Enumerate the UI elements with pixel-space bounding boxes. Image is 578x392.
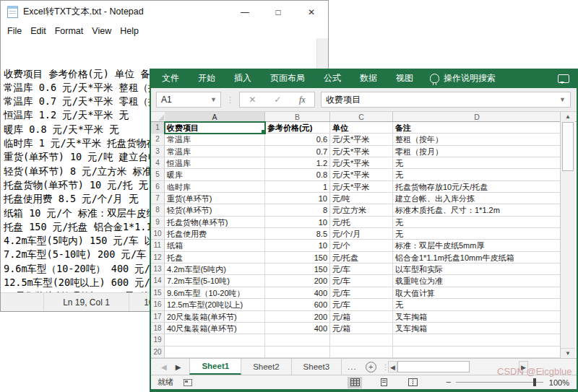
row-header-8[interactable]: 8: [151, 204, 165, 216]
grid-cell[interactable]: 0.6: [265, 134, 330, 145]
grid-cell[interactable]: 备注: [393, 122, 561, 134]
grid-cell[interactable]: 元/车: [330, 287, 393, 299]
row-header-6[interactable]: 6: [151, 181, 165, 193]
ribbon-tab-6[interactable]: 视图: [387, 69, 423, 88]
grid-cell[interactable]: 参考价格(元): [265, 122, 330, 134]
grid-cell[interactable]: 元/车: [330, 275, 393, 287]
zoom-out-icon[interactable]: −: [446, 377, 456, 388]
row-header-1[interactable]: 1: [151, 122, 165, 134]
grid-cell[interactable]: 10: [265, 240, 330, 251]
grid-cell[interactable]: 0.8: [265, 169, 330, 180]
grid-cell[interactable]: 元/箱: [330, 323, 393, 334]
menu-item-view[interactable]: View: [87, 26, 116, 36]
grid-cell[interactable]: 元/天*平米: [330, 146, 393, 157]
grid-cell[interactable]: 恒温库: [165, 157, 265, 169]
grid-cell[interactable]: 无: [393, 217, 561, 228]
row-header-14[interactable]: 14: [151, 275, 165, 287]
scrollbar-thumb[interactable]: [562, 122, 574, 171]
scrollbar-thumb[interactable]: [397, 361, 470, 373]
grid-cell[interactable]: 无: [393, 228, 561, 240]
ribbon-tab-file[interactable]: 文件: [152, 69, 189, 88]
grid-cell[interactable]: 0.7: [265, 146, 330, 157]
grid-cell[interactable]: 400: [265, 323, 330, 334]
row-header-12[interactable]: 12: [151, 252, 165, 263]
row-header-3[interactable]: 3: [151, 146, 165, 157]
grid-cell[interactable]: 无: [393, 169, 561, 180]
grid-cell[interactable]: 常温库: [165, 146, 265, 157]
add-sheet-button[interactable]: +: [366, 362, 376, 373]
ribbon-tab-3[interactable]: 页面布局: [261, 69, 314, 88]
grid-cell[interactable]: 托盘: [165, 252, 265, 263]
chevron-down-icon[interactable]: ▼: [210, 96, 220, 103]
grid-cell[interactable]: 8.5: [265, 228, 330, 240]
grid-cell[interactable]: 标准木质托盘、尺寸：1*1.2m: [393, 204, 561, 216]
grid-cell[interactable]: 载重吨位为准: [393, 275, 561, 287]
ribbon-tab-1[interactable]: 开始: [189, 69, 225, 88]
row-header-16[interactable]: 16: [151, 299, 165, 310]
zoom-slider[interactable]: −: [446, 377, 543, 388]
name-box[interactable]: A1 ▼: [156, 92, 221, 108]
menu-item-help[interactable]: Help: [116, 26, 143, 36]
column-header-C[interactable]: C: [330, 112, 393, 121]
row-header-2[interactable]: 2: [151, 134, 165, 145]
grid-cell[interactable]: 临时库: [165, 181, 265, 193]
row-header-10[interactable]: 10: [151, 228, 165, 240]
menu-item-format[interactable]: Format: [51, 26, 88, 36]
sheet-tab-sheet2[interactable]: Sheet2: [241, 359, 291, 375]
grid-cell[interactable]: 单位: [330, 122, 393, 134]
close-button[interactable]: ✕: [295, 1, 328, 23]
grid-cell[interactable]: [165, 347, 265, 358]
formula-bar-input[interactable]: 收费项目 ▼: [321, 92, 571, 108]
column-header-D[interactable]: D: [393, 112, 561, 121]
menu-item-file[interactable]: File: [3, 26, 26, 36]
row-header-18[interactable]: 18: [151, 323, 165, 334]
grid-cell[interactable]: 7.2m车型(5-10吨): [165, 275, 265, 287]
row-header-20[interactable]: 20: [151, 347, 165, 358]
cancel-entry-icon[interactable]: ✕: [249, 95, 256, 105]
grid-cell[interactable]: 纸箱: [165, 240, 265, 251]
grid-cell[interactable]: 以车型和实际: [393, 263, 561, 275]
ribbon-tab-2[interactable]: 插入: [225, 69, 261, 88]
minimize-button[interactable]: —: [228, 1, 262, 23]
grid-cell[interactable]: 常温库: [165, 134, 265, 145]
grid-cell[interactable]: 元/个/月: [330, 228, 393, 240]
row-header-9[interactable]: 9: [151, 217, 165, 228]
grid-cell[interactable]: 零租（按月）: [393, 146, 561, 157]
grid-cell[interactable]: 元/箱: [330, 311, 393, 323]
grid-cell[interactable]: 铝合金1*1.1m托盘10mm牛皮纸箱: [393, 252, 561, 263]
previous-sheet-icon[interactable]: ◀: [161, 363, 167, 371]
row-header-5[interactable]: 5: [151, 169, 165, 180]
grid-cell[interactable]: 200: [265, 275, 330, 287]
scroll-up-icon[interactable]: ▲: [561, 112, 575, 122]
column-header-B[interactable]: B: [265, 112, 330, 121]
ribbon-tab-5[interactable]: 数据: [350, 69, 387, 88]
grid-cell[interactable]: [265, 334, 330, 346]
confirm-entry-icon[interactable]: ✓: [274, 95, 281, 105]
row-header-17[interactable]: 17: [151, 311, 165, 323]
grid-cell[interactable]: 150: [265, 252, 330, 263]
grid-cell[interactable]: 收费项目: [165, 122, 265, 134]
grid-cell[interactable]: 建立台帐、出入库分拣: [393, 193, 561, 204]
grid-cell[interactable]: 600: [265, 299, 330, 310]
grid-cell[interactable]: 托盘货物存放10元/天/托盘: [393, 181, 561, 193]
grid-cell[interactable]: 1.2: [265, 157, 330, 169]
grid-cell[interactable]: 20尺集装箱(单环节): [165, 311, 265, 323]
grid-cell[interactable]: 暖库: [165, 169, 265, 180]
row-header-4[interactable]: 4: [151, 157, 165, 169]
page-layout-view-button[interactable]: [376, 377, 391, 388]
grid-cell[interactable]: 整租（按年）: [393, 134, 561, 145]
sheet-tab-sheet3[interactable]: Sheet3: [292, 359, 342, 375]
grid-cell[interactable]: 托盘使用费: [165, 228, 265, 240]
grid-cell[interactable]: 10: [265, 217, 330, 228]
grid-cell[interactable]: 150: [265, 263, 330, 275]
grid-cell[interactable]: [265, 347, 330, 358]
grid-cell[interactable]: 40尺集装箱(单环节): [165, 323, 265, 334]
column-header-A[interactable]: A: [165, 112, 265, 121]
more-sheets-ellipsis[interactable]: ...: [342, 359, 363, 375]
grid-cell[interactable]: 无: [393, 157, 561, 169]
menu-item-edit[interactable]: Edit: [26, 26, 51, 36]
grid-cell[interactable]: 元/车: [330, 299, 393, 310]
grid-cell[interactable]: 元/吨: [330, 193, 393, 204]
grid-cell[interactable]: 元/托: [330, 217, 393, 228]
expand-formula-bar-icon[interactable]: ▼: [559, 96, 570, 103]
